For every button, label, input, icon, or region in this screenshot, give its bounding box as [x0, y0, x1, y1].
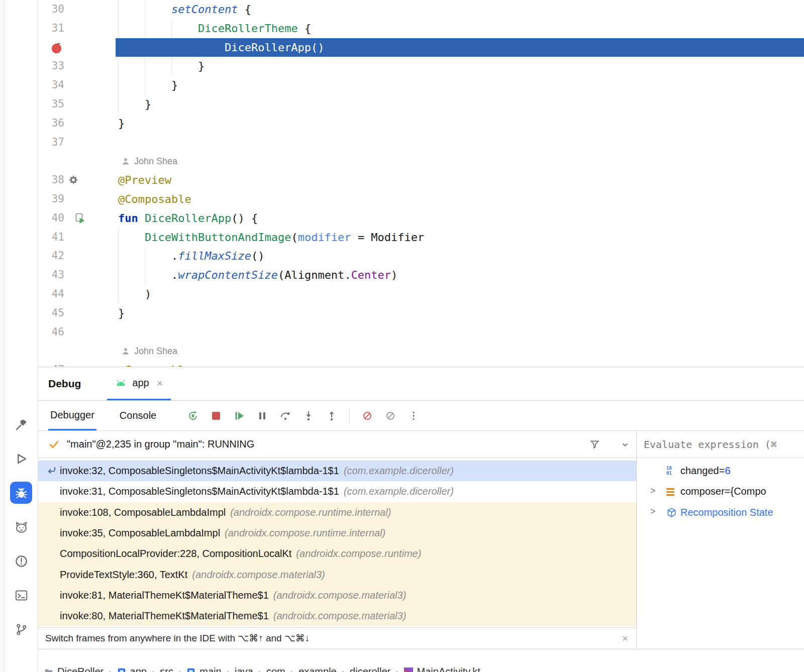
code-line: 35 } — [38, 95, 804, 114]
breadcrumb-item-mainactivity-kt[interactable]: MainActivity.kt — [404, 666, 480, 672]
editor-gutter[interactable]: 33 — [38, 57, 116, 76]
expand-chevron-icon[interactable]: > — [650, 486, 656, 496]
stack-frame-row[interactable]: invoke:31, ComposableSingletons$MainActi… — [38, 481, 636, 502]
frame-label: invoke:32, ComposableSingletons$MainActi… — [60, 465, 339, 477]
thread-status-row[interactable]: "main"@2,235 in group "main": RUNNING — [38, 431, 636, 458]
variable-value: {Compo — [731, 486, 766, 497]
chevron-down-icon[interactable] — [620, 439, 630, 450]
sidebar-item-version-control[interactable] — [10, 618, 32, 640]
editor-gutter[interactable]: 38 — [38, 171, 116, 190]
frame-label: invoke:81, MaterialThemeKt$MaterialTheme… — [60, 590, 269, 601]
filter-icon[interactable] — [589, 439, 600, 450]
breadcrumb-item-com[interactable]: com — [266, 666, 285, 672]
rerun-debug-button[interactable] — [187, 410, 198, 421]
view-breakpoints-button[interactable] — [362, 410, 373, 421]
editor-gutter[interactable]: 34 — [38, 76, 116, 95]
hint-text: Switch frames from anywhere in the IDE w… — [45, 632, 310, 644]
line-number: 43 — [38, 266, 64, 285]
editor-gutter[interactable]: 44 — [38, 285, 116, 304]
sidebar-item-logcat-cat[interactable] — [10, 516, 32, 538]
expand-chevron-icon[interactable]: > — [650, 507, 656, 517]
resume-button[interactable] — [234, 410, 245, 421]
breadcrumb-separator-icon: › — [290, 666, 293, 672]
sidebar-item-problems[interactable] — [10, 550, 32, 572]
editor-gutter[interactable]: 31 — [38, 19, 116, 38]
breadcrumb-item-src[interactable]: src — [160, 666, 173, 672]
editor-gutter[interactable]: 46 — [38, 323, 116, 342]
code-line: 45} — [38, 304, 804, 323]
code-line: 41 DiceWithButtonAndImage(modifier = Mod… — [38, 228, 804, 247]
step-into-button[interactable] — [303, 410, 314, 421]
sidebar-item-debug-bug[interactable] — [10, 482, 32, 504]
editor-gutter[interactable]: 40 — [38, 209, 116, 228]
debug-tool-window: Debug app × Debugger Console "main"@2,23… — [38, 367, 804, 649]
stack-frame-row[interactable]: invoke:108, ComposableLambdaImpl(android… — [38, 502, 636, 523]
variable-row[interactable]: >composer = {Compo — [637, 481, 804, 502]
editor-gutter[interactable]: 36 — [38, 114, 116, 133]
thread-status: "main"@2,235 in group "main": RUNNING — [67, 438, 254, 450]
editor-gutter[interactable] — [38, 38, 116, 57]
line-number: 45 — [38, 304, 64, 323]
preview-settings-icon[interactable] — [68, 175, 79, 186]
stack-frame-row[interactable]: invoke:80, MaterialThemeKt$MaterialTheme… — [38, 606, 636, 626]
evaluate-expression-input[interactable]: Evaluate expression (⌘ — [637, 431, 804, 458]
close-icon[interactable]: × — [157, 377, 163, 389]
line-number: 33 — [38, 57, 64, 76]
author-hint-row: John Shea — [38, 342, 804, 361]
frame-location: (com.example.diceroller) — [344, 465, 454, 477]
step-out-button[interactable] — [326, 410, 337, 421]
frame-label: invoke:35, ComposableLambdaImpl — [60, 527, 220, 539]
stack-frame-row[interactable]: CompositionLocalProvider:228, Compositio… — [38, 543, 636, 564]
more-button[interactable] — [408, 410, 419, 421]
tab-app-session[interactable]: app × — [107, 367, 171, 400]
breadcrumb-label: example — [298, 666, 337, 672]
breakpoint-icon[interactable] — [51, 42, 62, 54]
code-text: @Composable — [118, 190, 191, 209]
stack-frame-row[interactable]: ProvideTextStyle:360, TextKt(androidx.co… — [38, 564, 636, 585]
variable-row[interactable]: >Recomposition State — [637, 502, 804, 523]
tab-debugger[interactable]: Debugger — [48, 401, 96, 430]
pause-button[interactable] — [257, 410, 268, 421]
mute-breakpoints-button[interactable] — [385, 410, 396, 421]
breadcrumb-item-diceroller[interactable]: diceroller — [350, 666, 390, 672]
line-number: 38 — [38, 171, 64, 190]
editor-gutter[interactable]: 30 — [38, 0, 116, 19]
line-number: 31 — [38, 19, 64, 38]
code-line: 43 .wrapContentSize(Alignment.Center) — [38, 266, 804, 285]
run-preview-icon[interactable] — [75, 213, 86, 224]
breadcrumb-item-example[interactable]: example — [298, 666, 337, 672]
step-over-button[interactable] — [280, 410, 291, 421]
code-line: 42 .fillMaxSize() — [38, 247, 804, 266]
breadcrumb-item-app[interactable]: app — [117, 666, 147, 672]
breadcrumb-item-java[interactable]: java — [235, 666, 253, 672]
code-line: 34 } — [38, 76, 804, 95]
stack-frame-row[interactable]: invoke:35, ComposableLambdaImpl(androidx… — [38, 523, 636, 543]
panel-title: Debug — [48, 378, 81, 390]
line-number: 34 — [38, 76, 64, 95]
sidebar-item-run-play[interactable] — [10, 447, 32, 470]
editor-gutter[interactable]: 45 — [38, 304, 116, 323]
problems-icon — [15, 554, 28, 568]
editor-gutter[interactable]: 37 — [38, 133, 116, 152]
stop-button[interactable] — [211, 410, 222, 421]
editor-gutter[interactable] — [38, 342, 116, 361]
breadcrumb-separator-icon: › — [109, 666, 112, 672]
editor-gutter[interactable]: 35 — [38, 95, 116, 114]
code-text: DiceWithButtonAndImage(modifier = Modifi… — [118, 228, 424, 247]
breadcrumb-item-main[interactable]: main — [186, 666, 221, 672]
breadcrumb-item-diceroller[interactable]: DiceRoller — [44, 666, 104, 672]
editor-gutter[interactable]: 43 — [38, 266, 116, 285]
editor-gutter[interactable]: 41 — [38, 228, 116, 247]
editor-gutter[interactable]: 39 — [38, 190, 116, 209]
sidebar-item-build-hammer[interactable] — [10, 413, 32, 435]
editor-gutter[interactable] — [38, 152, 116, 171]
sidebar-item-terminal[interactable] — [10, 584, 32, 606]
variable-row[interactable]: 1001changed = 6 — [637, 461, 804, 481]
stack-frame-row[interactable]: invoke:81, MaterialThemeKt$MaterialTheme… — [38, 585, 636, 606]
editor-gutter[interactable]: 42 — [38, 247, 116, 266]
banner-close-icon[interactable]: × — [622, 632, 628, 644]
code-line: 30 setContent { — [38, 0, 804, 19]
tab-console[interactable]: Console — [118, 401, 158, 430]
editor-gutter[interactable]: 47 — [38, 361, 116, 367]
stack-frame-row[interactable]: invoke:32, ComposableSingletons$MainActi… — [38, 461, 636, 481]
